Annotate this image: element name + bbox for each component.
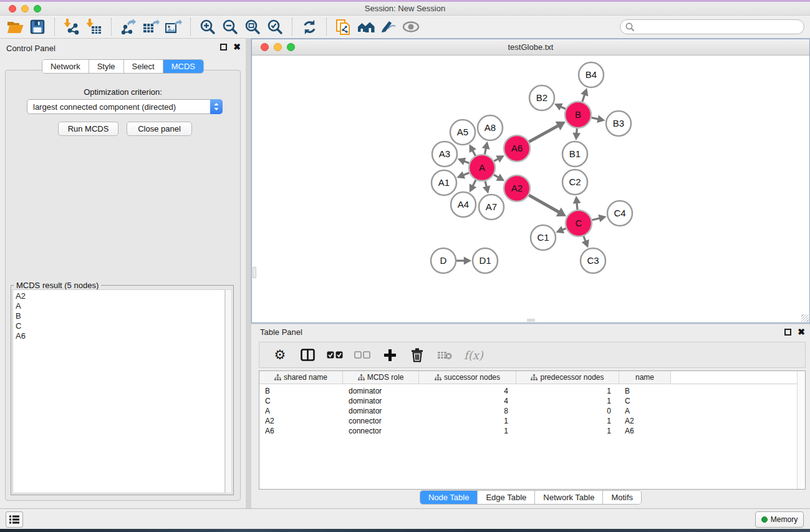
canvas-scroll-mark[interactable] xyxy=(527,319,535,322)
graph-node-A[interactable]: A xyxy=(469,155,495,181)
function-builder-icon[interactable]: f(x) xyxy=(464,349,483,362)
close-panel-button[interactable]: Close panel xyxy=(127,122,192,136)
settings-gear-icon[interactable]: ⚙ xyxy=(272,347,288,363)
canvas-scroll-mark[interactable] xyxy=(253,267,256,278)
task-history-button[interactable] xyxy=(6,511,23,528)
export-image-icon[interactable] xyxy=(162,17,185,36)
column-header-name[interactable]: name xyxy=(619,371,671,384)
graph-node-D1[interactable]: D1 xyxy=(473,248,498,273)
table-row[interactable]: A6connector11A6 xyxy=(259,426,805,436)
criterion-dropdown[interactable]: largest connected component (directed) xyxy=(27,99,223,114)
graph-node-C3[interactable]: C3 xyxy=(581,248,605,273)
close-panel-icon[interactable]: ✖ xyxy=(798,329,805,336)
float-panel-icon[interactable] xyxy=(220,44,227,51)
graph-edge-B-B3[interactable] xyxy=(592,118,599,119)
mcds-result-list[interactable]: A2ABCA6 xyxy=(12,289,225,493)
export-network-icon[interactable] xyxy=(117,17,140,36)
table-scrollbar[interactable] xyxy=(797,371,805,489)
graph-edge-A2-C[interactable] xyxy=(529,195,559,213)
open-session-icon[interactable] xyxy=(4,17,26,36)
result-item[interactable]: A2 xyxy=(16,291,224,301)
graph-node-C[interactable]: C xyxy=(566,210,592,236)
tab-edge-table[interactable]: Edge Table xyxy=(478,491,535,504)
tab-node-table[interactable]: Node Table xyxy=(420,491,478,504)
network-graph[interactable]: B4B2BB3A5A8A6A3B1AA1C2A2A4A7C4CC1C3DD1 xyxy=(253,56,809,322)
graph-node-A2[interactable]: A2 xyxy=(504,175,530,201)
graph-edge-C-C4[interactable] xyxy=(592,218,600,220)
zoom-fit-icon[interactable] xyxy=(241,17,264,36)
graph-node-C1[interactable]: C1 xyxy=(531,225,556,250)
home-view-icon[interactable] xyxy=(355,17,377,36)
zoom-in-icon[interactable] xyxy=(196,17,219,36)
table-row[interactable]: A2connector11A2 xyxy=(259,416,805,426)
graph-node-B3[interactable]: B3 xyxy=(606,111,631,136)
graph-node-B4[interactable]: B4 xyxy=(579,62,604,87)
import-table-icon[interactable] xyxy=(83,17,105,36)
duplicate-network-icon[interactable] xyxy=(332,17,355,36)
result-item[interactable]: B xyxy=(16,311,224,321)
result-scrollbar[interactable] xyxy=(225,289,232,493)
column-header-shared-name[interactable]: shared name xyxy=(259,371,343,384)
select-all-checks-icon[interactable] xyxy=(327,347,343,363)
table-row[interactable]: Bdominator41B xyxy=(259,386,805,396)
tab-style[interactable]: Style xyxy=(89,60,124,73)
tab-mcds[interactable]: MCDS xyxy=(163,60,203,73)
memory-button[interactable]: Memory xyxy=(755,511,804,528)
graph-edge-A-A5[interactable] xyxy=(473,150,476,156)
save-session-icon[interactable] xyxy=(26,17,49,36)
tab-motifs[interactable]: Motifs xyxy=(603,491,641,504)
column-header-MCDS-role[interactable]: MCDS role xyxy=(343,371,419,384)
result-item[interactable]: A xyxy=(16,301,224,311)
search-input[interactable] xyxy=(639,22,804,31)
clear-checks-icon[interactable] xyxy=(354,347,370,363)
add-column-icon[interactable] xyxy=(382,347,398,363)
zoom-selected-icon[interactable] xyxy=(264,17,286,36)
export-table-icon[interactable] xyxy=(140,17,162,36)
float-panel-icon[interactable] xyxy=(784,329,791,336)
graph-node-A7[interactable]: A7 xyxy=(479,195,504,220)
delete-column-icon[interactable] xyxy=(409,347,425,363)
graph-node-D[interactable]: D xyxy=(431,248,456,273)
tab-select[interactable]: Select xyxy=(124,60,163,73)
graph-edge-A-A4[interactable] xyxy=(473,180,476,186)
column-header-predecessor-nodes[interactable]: predecessor nodes xyxy=(516,371,619,384)
graph-node-A5[interactable]: A5 xyxy=(450,120,475,145)
graph-node-B2[interactable]: B2 xyxy=(529,85,554,110)
split-columns-icon[interactable] xyxy=(299,347,316,363)
delete-table-icon[interactable] xyxy=(436,347,453,363)
search-field[interactable] xyxy=(620,19,804,34)
graph-node-A3[interactable]: A3 xyxy=(432,142,457,167)
graph-node-A1[interactable]: A1 xyxy=(432,170,456,195)
graph-node-B[interactable]: B xyxy=(565,102,591,128)
table-row[interactable]: Cdominator41C xyxy=(259,396,805,406)
graph-node-A8[interactable]: A8 xyxy=(478,115,503,140)
run-mcds-button[interactable]: Run MCDS xyxy=(58,122,118,136)
graph-edge-B-B4[interactable] xyxy=(582,94,585,102)
hide-graphics-details-icon[interactable] xyxy=(377,17,400,36)
graph-edge-C-C2[interactable] xyxy=(577,203,577,210)
graph-edge-A-A8[interactable] xyxy=(485,148,486,154)
network-canvas[interactable]: B4B2BB3A5A8A6A3B1AA1C2A2A4A7C4CC1C3DD1 xyxy=(253,56,809,322)
result-item[interactable]: A6 xyxy=(16,331,224,341)
table-row[interactable]: Adominator80A xyxy=(259,406,805,416)
apply-layout-icon[interactable] xyxy=(298,17,321,36)
import-network-icon[interactable] xyxy=(60,17,83,36)
result-item[interactable]: C xyxy=(16,321,224,331)
resize-grip[interactable] xyxy=(801,314,809,322)
graph-node-C2[interactable]: C2 xyxy=(562,170,587,195)
tab-network[interactable]: Network xyxy=(42,60,89,73)
graph-edge-A-A1[interactable] xyxy=(463,173,469,175)
column-header-successor-nodes[interactable]: successor nodes xyxy=(419,371,516,384)
table-header-row: shared nameMCDS rolesuccessor nodesprede… xyxy=(259,371,805,384)
graph-edge-A6-B[interactable] xyxy=(529,125,559,142)
graph-node-C4[interactable]: C4 xyxy=(607,201,632,226)
close-panel-icon[interactable]: ✖ xyxy=(233,44,241,51)
network-window-titlebar[interactable]: testGlobe.txt xyxy=(252,39,809,56)
graph-node-A6[interactable]: A6 xyxy=(504,135,530,162)
graph-node-A4[interactable]: A4 xyxy=(451,192,476,217)
graph-edge-A-A7[interactable] xyxy=(485,181,486,187)
zoom-out-icon[interactable] xyxy=(219,17,241,36)
show-graphics-details-icon[interactable] xyxy=(400,17,422,36)
tab-network-table[interactable]: Network Table xyxy=(535,491,603,504)
graph-node-B1[interactable]: B1 xyxy=(562,142,587,167)
